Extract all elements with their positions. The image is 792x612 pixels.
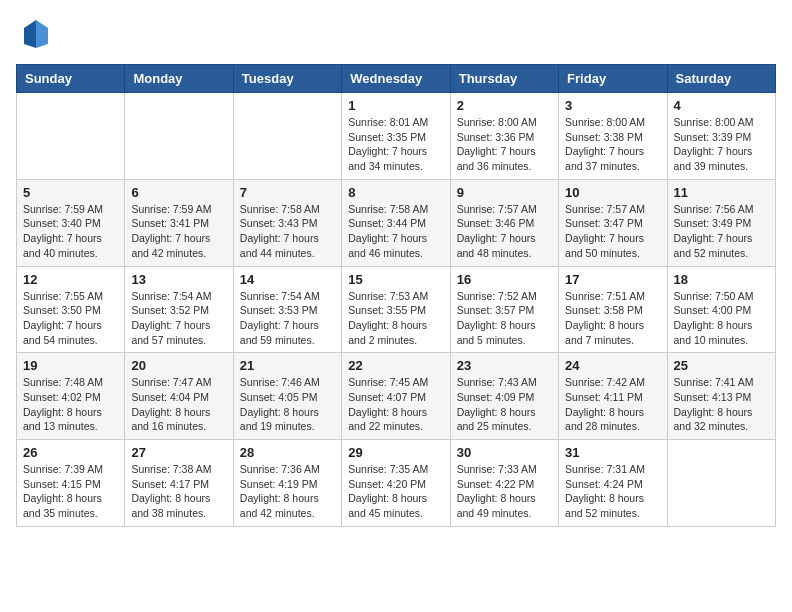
calendar-cell: 4 Sunrise: 8:00 AMSunset: 3:39 PMDayligh… [667, 93, 775, 180]
calendar-week-row: 5 Sunrise: 7:59 AMSunset: 3:40 PMDayligh… [17, 179, 776, 266]
day-number: 30 [457, 445, 552, 460]
day-detail: Sunrise: 7:54 AMSunset: 3:52 PMDaylight:… [131, 289, 226, 348]
day-detail: Sunrise: 7:57 AMSunset: 3:47 PMDaylight:… [565, 202, 660, 261]
calendar-cell: 2 Sunrise: 8:00 AMSunset: 3:36 PMDayligh… [450, 93, 558, 180]
calendar-table: SundayMondayTuesdayWednesdayThursdayFrid… [16, 64, 776, 527]
day-detail: Sunrise: 7:42 AMSunset: 4:11 PMDaylight:… [565, 375, 660, 434]
day-detail: Sunrise: 7:59 AMSunset: 3:41 PMDaylight:… [131, 202, 226, 261]
calendar-cell: 11 Sunrise: 7:56 AMSunset: 3:49 PMDaylig… [667, 179, 775, 266]
weekday-header-thursday: Thursday [450, 65, 558, 93]
weekday-header-sunday: Sunday [17, 65, 125, 93]
day-detail: Sunrise: 8:00 AMSunset: 3:38 PMDaylight:… [565, 115, 660, 174]
day-detail: Sunrise: 7:35 AMSunset: 4:20 PMDaylight:… [348, 462, 443, 521]
calendar-cell: 25 Sunrise: 7:41 AMSunset: 4:13 PMDaylig… [667, 353, 775, 440]
calendar-cell: 16 Sunrise: 7:52 AMSunset: 3:57 PMDaylig… [450, 266, 558, 353]
day-detail: Sunrise: 8:00 AMSunset: 3:36 PMDaylight:… [457, 115, 552, 174]
day-number: 15 [348, 272, 443, 287]
day-detail: Sunrise: 7:56 AMSunset: 3:49 PMDaylight:… [674, 202, 769, 261]
day-number: 27 [131, 445, 226, 460]
calendar-cell: 5 Sunrise: 7:59 AMSunset: 3:40 PMDayligh… [17, 179, 125, 266]
day-number: 18 [674, 272, 769, 287]
day-detail: Sunrise: 7:52 AMSunset: 3:57 PMDaylight:… [457, 289, 552, 348]
day-number: 23 [457, 358, 552, 373]
day-number: 2 [457, 98, 552, 113]
calendar-cell: 9 Sunrise: 7:57 AMSunset: 3:46 PMDayligh… [450, 179, 558, 266]
day-detail: Sunrise: 7:55 AMSunset: 3:50 PMDaylight:… [23, 289, 118, 348]
day-number: 9 [457, 185, 552, 200]
calendar-cell: 6 Sunrise: 7:59 AMSunset: 3:41 PMDayligh… [125, 179, 233, 266]
weekday-header-saturday: Saturday [667, 65, 775, 93]
day-number: 26 [23, 445, 118, 460]
day-detail: Sunrise: 7:54 AMSunset: 3:53 PMDaylight:… [240, 289, 335, 348]
day-detail: Sunrise: 7:53 AMSunset: 3:55 PMDaylight:… [348, 289, 443, 348]
day-detail: Sunrise: 7:48 AMSunset: 4:02 PMDaylight:… [23, 375, 118, 434]
day-number: 20 [131, 358, 226, 373]
svg-marker-1 [36, 20, 48, 48]
day-number: 16 [457, 272, 552, 287]
calendar-cell: 17 Sunrise: 7:51 AMSunset: 3:58 PMDaylig… [559, 266, 667, 353]
weekday-header-friday: Friday [559, 65, 667, 93]
day-detail: Sunrise: 8:00 AMSunset: 3:39 PMDaylight:… [674, 115, 769, 174]
calendar-cell: 19 Sunrise: 7:48 AMSunset: 4:02 PMDaylig… [17, 353, 125, 440]
calendar-cell [17, 93, 125, 180]
day-number: 10 [565, 185, 660, 200]
day-detail: Sunrise: 7:58 AMSunset: 3:43 PMDaylight:… [240, 202, 335, 261]
day-detail: Sunrise: 7:57 AMSunset: 3:46 PMDaylight:… [457, 202, 552, 261]
calendar-cell: 28 Sunrise: 7:36 AMSunset: 4:19 PMDaylig… [233, 440, 341, 527]
calendar-cell [125, 93, 233, 180]
day-detail: Sunrise: 7:33 AMSunset: 4:22 PMDaylight:… [457, 462, 552, 521]
calendar-cell: 23 Sunrise: 7:43 AMSunset: 4:09 PMDaylig… [450, 353, 558, 440]
calendar-cell [233, 93, 341, 180]
day-detail: Sunrise: 8:01 AMSunset: 3:35 PMDaylight:… [348, 115, 443, 174]
calendar-cell: 1 Sunrise: 8:01 AMSunset: 3:35 PMDayligh… [342, 93, 450, 180]
calendar-cell: 21 Sunrise: 7:46 AMSunset: 4:05 PMDaylig… [233, 353, 341, 440]
weekday-header-monday: Monday [125, 65, 233, 93]
calendar-cell: 7 Sunrise: 7:58 AMSunset: 3:43 PMDayligh… [233, 179, 341, 266]
calendar-cell: 30 Sunrise: 7:33 AMSunset: 4:22 PMDaylig… [450, 440, 558, 527]
svg-marker-2 [24, 20, 36, 48]
day-number: 14 [240, 272, 335, 287]
calendar-week-row: 26 Sunrise: 7:39 AMSunset: 4:15 PMDaylig… [17, 440, 776, 527]
calendar-cell: 15 Sunrise: 7:53 AMSunset: 3:55 PMDaylig… [342, 266, 450, 353]
day-detail: Sunrise: 7:51 AMSunset: 3:58 PMDaylight:… [565, 289, 660, 348]
day-number: 5 [23, 185, 118, 200]
day-number: 29 [348, 445, 443, 460]
day-detail: Sunrise: 7:46 AMSunset: 4:05 PMDaylight:… [240, 375, 335, 434]
day-number: 11 [674, 185, 769, 200]
logo-icon [16, 16, 52, 52]
day-detail: Sunrise: 7:36 AMSunset: 4:19 PMDaylight:… [240, 462, 335, 521]
logo [16, 16, 56, 52]
calendar-cell: 29 Sunrise: 7:35 AMSunset: 4:20 PMDaylig… [342, 440, 450, 527]
day-number: 12 [23, 272, 118, 287]
calendar-cell: 22 Sunrise: 7:45 AMSunset: 4:07 PMDaylig… [342, 353, 450, 440]
calendar-week-row: 1 Sunrise: 8:01 AMSunset: 3:35 PMDayligh… [17, 93, 776, 180]
calendar-cell: 26 Sunrise: 7:39 AMSunset: 4:15 PMDaylig… [17, 440, 125, 527]
day-detail: Sunrise: 7:45 AMSunset: 4:07 PMDaylight:… [348, 375, 443, 434]
day-detail: Sunrise: 7:58 AMSunset: 3:44 PMDaylight:… [348, 202, 443, 261]
day-detail: Sunrise: 7:50 AMSunset: 4:00 PMDaylight:… [674, 289, 769, 348]
calendar-cell: 24 Sunrise: 7:42 AMSunset: 4:11 PMDaylig… [559, 353, 667, 440]
calendar-cell: 18 Sunrise: 7:50 AMSunset: 4:00 PMDaylig… [667, 266, 775, 353]
day-detail: Sunrise: 7:41 AMSunset: 4:13 PMDaylight:… [674, 375, 769, 434]
page-header [16, 16, 776, 52]
calendar-cell [667, 440, 775, 527]
day-number: 7 [240, 185, 335, 200]
day-number: 3 [565, 98, 660, 113]
calendar-cell: 12 Sunrise: 7:55 AMSunset: 3:50 PMDaylig… [17, 266, 125, 353]
day-number: 28 [240, 445, 335, 460]
calendar-cell: 10 Sunrise: 7:57 AMSunset: 3:47 PMDaylig… [559, 179, 667, 266]
day-number: 31 [565, 445, 660, 460]
day-number: 6 [131, 185, 226, 200]
day-number: 1 [348, 98, 443, 113]
day-number: 8 [348, 185, 443, 200]
calendar-cell: 8 Sunrise: 7:58 AMSunset: 3:44 PMDayligh… [342, 179, 450, 266]
day-detail: Sunrise: 7:43 AMSunset: 4:09 PMDaylight:… [457, 375, 552, 434]
day-number: 13 [131, 272, 226, 287]
day-detail: Sunrise: 7:38 AMSunset: 4:17 PMDaylight:… [131, 462, 226, 521]
day-number: 4 [674, 98, 769, 113]
calendar-cell: 14 Sunrise: 7:54 AMSunset: 3:53 PMDaylig… [233, 266, 341, 353]
day-detail: Sunrise: 7:47 AMSunset: 4:04 PMDaylight:… [131, 375, 226, 434]
day-detail: Sunrise: 7:31 AMSunset: 4:24 PMDaylight:… [565, 462, 660, 521]
calendar-week-row: 12 Sunrise: 7:55 AMSunset: 3:50 PMDaylig… [17, 266, 776, 353]
day-detail: Sunrise: 7:39 AMSunset: 4:15 PMDaylight:… [23, 462, 118, 521]
